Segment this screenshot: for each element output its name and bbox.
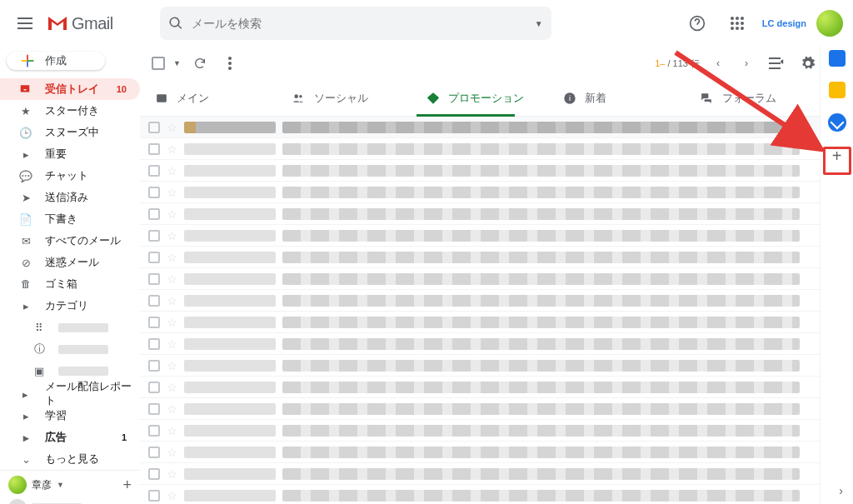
sidebar-item-trash[interactable]: 🗑ゴミ箱 [0, 273, 140, 295]
star-icon[interactable]: ☆ [167, 186, 177, 199]
apps-icon[interactable] [722, 8, 752, 38]
sidebar-item-inbox[interactable]: 受信トレイ10 [0, 78, 140, 100]
message-row[interactable]: ☆ [140, 138, 820, 160]
star-icon[interactable]: ☆ [167, 424, 177, 437]
message-row[interactable]: ☆ [140, 182, 820, 203]
star-icon[interactable]: ☆ [167, 229, 177, 242]
message-row[interactable]: ☆ [140, 268, 820, 290]
row-checkbox[interactable] [148, 490, 160, 502]
sidebar-item-caret[interactable]: ▸カテゴリ [0, 295, 140, 317]
row-checkbox[interactable] [148, 403, 160, 415]
star-icon[interactable]: ☆ [167, 489, 177, 502]
row-checkbox[interactable] [148, 360, 160, 372]
tab-social[interactable]: ソーシャル [276, 80, 412, 116]
row-checkbox[interactable] [148, 468, 160, 480]
star-icon[interactable]: ☆ [167, 381, 177, 394]
row-checkbox[interactable] [148, 252, 160, 263]
message-row[interactable]: ☆ [140, 463, 820, 485]
settings-icon[interactable] [796, 48, 820, 78]
sidebar-label-item[interactable]: ▸メール配信レポート [0, 383, 140, 405]
sidebar-item-mail[interactable]: ✉すべてのメール [0, 230, 140, 252]
compose-button[interactable]: 作成 [7, 52, 105, 70]
prev-page-icon[interactable]: ‹ [708, 48, 728, 78]
message-row[interactable]: ☆ [140, 290, 820, 312]
sidebar-item-star[interactable]: ★スター付き [0, 100, 140, 122]
search-bar[interactable]: ▼ [160, 7, 551, 40]
row-checkbox[interactable] [148, 425, 160, 437]
gmail-logo[interactable]: Gmail [47, 14, 113, 33]
row-checkbox[interactable] [148, 382, 160, 393]
row-checkbox[interactable] [148, 230, 160, 242]
message-row[interactable]: ☆ [140, 355, 820, 377]
sidebar-item-clock[interactable]: 🕒スヌーズ中 [0, 122, 140, 143]
select-all-checkbox[interactable] [152, 57, 165, 70]
message-row[interactable]: ☆ [140, 203, 820, 225]
star-icon[interactable]: ☆ [167, 294, 177, 307]
star-icon[interactable]: ☆ [167, 164, 177, 177]
sidebar-item-flag[interactable]: ▸重要 [0, 143, 140, 165]
sidebar-item-spam[interactable]: ⊘迷惑メール [0, 252, 140, 273]
row-checkbox[interactable] [148, 208, 160, 220]
star-icon[interactable]: ☆ [167, 316, 177, 329]
message-row[interactable]: ☆ [140, 160, 820, 182]
row-checkbox[interactable] [148, 295, 160, 307]
calendar-addon-icon[interactable] [829, 50, 846, 67]
message-row[interactable]: ☆ [140, 117, 820, 138]
sidebar-item-send[interactable]: ➤送信済み [0, 187, 140, 208]
search-options-icon[interactable]: ▼ [535, 19, 543, 28]
message-row[interactable]: ☆ [140, 485, 820, 504]
star-icon[interactable]: ☆ [167, 402, 177, 416]
keep-addon-icon[interactable] [829, 82, 846, 98]
sidebar-category-item[interactable]: ▣ [0, 360, 140, 382]
collapse-panel-icon[interactable]: › [839, 484, 843, 497]
next-page-icon[interactable]: › [736, 48, 756, 78]
row-checkbox[interactable] [148, 143, 160, 155]
star-icon[interactable]: ☆ [167, 251, 177, 264]
more-icon[interactable] [219, 48, 241, 78]
density-icon[interactable] [765, 48, 788, 78]
row-checkbox[interactable] [148, 317, 160, 328]
message-row[interactable]: ☆ [140, 377, 820, 398]
star-icon[interactable]: ☆ [167, 359, 177, 372]
row-checkbox[interactable] [148, 187, 160, 198]
account-avatar[interactable] [816, 10, 843, 37]
sidebar-label-item[interactable]: ▸広告1 [0, 427, 140, 448]
refresh-icon[interactable] [189, 48, 211, 78]
row-checkbox[interactable] [148, 447, 160, 458]
star-icon[interactable]: ☆ [167, 337, 177, 351]
sidebar-label-item[interactable]: ⌄もっと見る [0, 448, 140, 470]
sidebar-category-item[interactable]: ⓘ [0, 338, 140, 360]
message-row[interactable]: ☆ [140, 420, 820, 442]
star-icon[interactable]: ☆ [167, 446, 177, 459]
star-icon[interactable]: ☆ [167, 207, 177, 221]
message-row[interactable]: ☆ [140, 225, 820, 247]
sidebar-item-chat[interactable]: 💬チャット [0, 165, 140, 187]
star-icon[interactable]: ☆ [167, 142, 177, 156]
message-row[interactable]: ☆ [140, 247, 820, 268]
hangouts-contact[interactable] [8, 499, 132, 504]
tab-promo[interactable]: プロモーション [412, 80, 547, 116]
message-row[interactable]: ☆ [140, 442, 820, 463]
star-icon[interactable]: ☆ [167, 467, 177, 481]
row-checkbox[interactable] [148, 165, 160, 177]
search-input[interactable] [192, 17, 535, 30]
hangouts-new-icon[interactable]: + [122, 477, 132, 494]
tab-primary[interactable]: メイン [140, 80, 276, 116]
star-icon[interactable]: ☆ [167, 272, 177, 286]
menu-icon[interactable] [10, 8, 40, 38]
row-checkbox[interactable] [148, 122, 160, 133]
message-row[interactable]: ☆ [140, 333, 820, 355]
sidebar-label-item[interactable]: ▸学習 [0, 405, 140, 427]
tasks-addon-icon[interactable] [828, 113, 846, 132]
row-checkbox[interactable] [148, 338, 160, 350]
tab-forums[interactable]: フォーラム [684, 80, 820, 116]
sidebar-item-file[interactable]: 📄下書き [0, 208, 140, 230]
star-icon[interactable]: ☆ [167, 121, 177, 134]
select-menu-icon[interactable]: ▼ [173, 59, 181, 67]
row-checkbox[interactable] [148, 273, 160, 285]
message-row[interactable]: ☆ [140, 312, 820, 333]
message-row[interactable]: ☆ [140, 398, 820, 420]
tab-updates[interactable]: i新着 [548, 80, 684, 116]
help-icon[interactable] [682, 8, 712, 38]
sidebar-category-item[interactable]: ⠿ [0, 317, 140, 338]
